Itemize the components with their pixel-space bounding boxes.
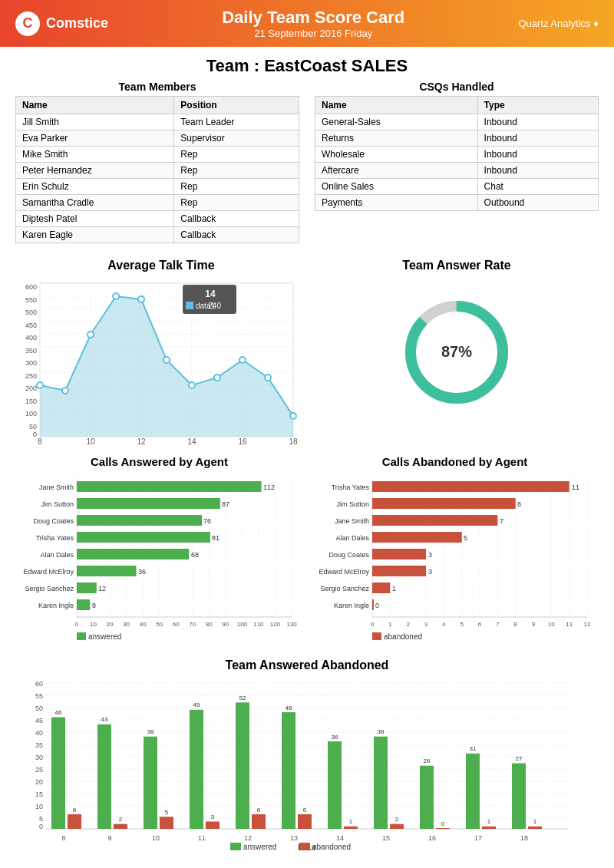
table-row: AftercareInbound: [315, 163, 599, 179]
svg-text:5: 5: [464, 534, 467, 542]
svg-text:Karen Ingle: Karen Ingle: [334, 602, 369, 609]
svg-rect-209: [206, 822, 220, 830]
svg-rect-90: [77, 583, 97, 593]
svg-text:3: 3: [424, 621, 428, 628]
page-date: 21 September 2016 Friday: [222, 28, 404, 39]
svg-text:abandoned: abandoned: [384, 632, 422, 640]
svg-rect-81: [77, 532, 210, 543]
svg-text:45: 45: [35, 717, 43, 724]
svg-text:50: 50: [35, 705, 43, 712]
svg-text:200: 200: [25, 384, 37, 392]
svg-text:9: 9: [532, 621, 536, 628]
table-row: Diptesh PatelCallback: [16, 211, 299, 227]
svg-rect-139: [372, 549, 426, 559]
col-position: Position: [174, 97, 299, 114]
svg-rect-204: [160, 817, 173, 829]
svg-text:35: 35: [35, 741, 43, 749]
svg-rect-234: [436, 828, 450, 829]
svg-point-38: [189, 382, 195, 388]
svg-text:1: 1: [487, 818, 491, 825]
svg-text:14: 14: [205, 289, 216, 299]
svg-point-37: [163, 357, 170, 363]
svg-rect-164: [372, 632, 381, 640]
logo-text: Comstice: [46, 15, 108, 31]
svg-text:110: 110: [253, 621, 264, 628]
svg-text:26: 26: [424, 757, 431, 764]
logo: C Comstice: [15, 12, 108, 36]
svg-text:36: 36: [332, 734, 338, 741]
svg-text:Trisha Yates: Trisha Yates: [332, 484, 370, 491]
svg-text:abandoned: abandoned: [312, 843, 351, 851]
svg-text:Trisha Yates: Trisha Yates: [36, 534, 74, 542]
svg-text:150: 150: [25, 398, 37, 405]
svg-text:10: 10: [35, 803, 43, 810]
svg-rect-248: [230, 843, 241, 850]
svg-text:80: 80: [206, 621, 213, 628]
svg-text:5: 5: [460, 621, 464, 628]
svg-text:76: 76: [203, 517, 211, 525]
svg-point-41: [265, 375, 271, 381]
col-csq-type: Type: [477, 97, 598, 114]
svg-text:0: 0: [39, 823, 43, 830]
svg-text:20: 20: [35, 778, 43, 786]
svg-text:38: 38: [147, 728, 154, 735]
svg-rect-207: [190, 710, 203, 829]
svg-text:50: 50: [156, 621, 163, 628]
svg-text:1: 1: [392, 585, 396, 592]
svg-text:12: 12: [244, 834, 252, 842]
svg-text:Alan Dales: Alan Dales: [335, 534, 369, 542]
svg-text:68: 68: [191, 551, 199, 559]
svg-text:500: 500: [25, 309, 37, 316]
svg-text:10: 10: [548, 621, 555, 628]
svg-text:17: 17: [474, 834, 482, 842]
svg-text:43: 43: [101, 716, 108, 723]
svg-text:8: 8: [92, 602, 96, 609]
svg-text:Jim Sutton: Jim Sutton: [336, 500, 369, 508]
svg-rect-110: [77, 632, 86, 640]
calls-abandoned-title: Calls Abandoned by Agent: [311, 455, 599, 468]
table-row: ReturnsInbound: [315, 130, 599, 147]
donut-chart: 87%: [395, 291, 518, 414]
svg-rect-127: [372, 481, 569, 492]
svg-rect-84: [77, 549, 189, 559]
svg-rect-75: [77, 498, 220, 509]
svg-rect-242: [512, 764, 526, 830]
svg-text:11: 11: [198, 834, 206, 842]
svg-marker-31: [40, 296, 293, 437]
svg-text:10: 10: [86, 437, 95, 444]
svg-text:46: 46: [55, 709, 62, 716]
table-row: PaymentsOutbound: [315, 195, 599, 211]
svg-text:Jim Sutton: Jim Sutton: [41, 500, 74, 508]
svg-rect-133: [372, 515, 497, 526]
svg-text:60: 60: [173, 621, 180, 628]
svg-text:87: 87: [222, 500, 229, 508]
svg-text:52: 52: [239, 695, 246, 701]
brand-name: Quartz Analytics ♦: [518, 18, 599, 29]
svg-text:Sergio Sanchez: Sergio Sanchez: [320, 585, 369, 592]
svg-text:15: 15: [35, 790, 43, 798]
svg-text:5: 5: [39, 815, 43, 823]
line-chart-svg: 600 550 500 450 400 350 300 250 200 150 …: [15, 276, 307, 444]
svg-text:answered: answered: [243, 843, 276, 851]
csqs-block: CSQs Handled Name Type General-SalesInbo…: [315, 81, 599, 243]
svg-text:6: 6: [257, 807, 261, 814]
svg-point-40: [239, 357, 246, 363]
svg-text:15: 15: [382, 834, 390, 842]
svg-text:18: 18: [520, 834, 528, 842]
svg-rect-202: [144, 737, 157, 829]
svg-text:Alan Dales: Alan Dales: [40, 551, 74, 559]
svg-text:55: 55: [35, 692, 43, 700]
svg-text:100: 100: [25, 410, 37, 417]
svg-text:30: 30: [35, 754, 43, 761]
svg-text:36: 36: [138, 568, 146, 576]
answer-rate-title: Team Answer Rate: [315, 259, 599, 272]
svg-text:0: 0: [371, 621, 375, 628]
svg-text:130: 130: [286, 621, 297, 628]
svg-text:100: 100: [237, 621, 248, 628]
svg-text:400: 400: [25, 334, 37, 342]
svg-text:8: 8: [513, 621, 517, 628]
svg-text:6: 6: [303, 807, 307, 814]
svg-text:7: 7: [500, 517, 503, 525]
team-members-heading: Team Members: [15, 81, 299, 93]
svg-text:Doug Coates: Doug Coates: [33, 517, 74, 525]
